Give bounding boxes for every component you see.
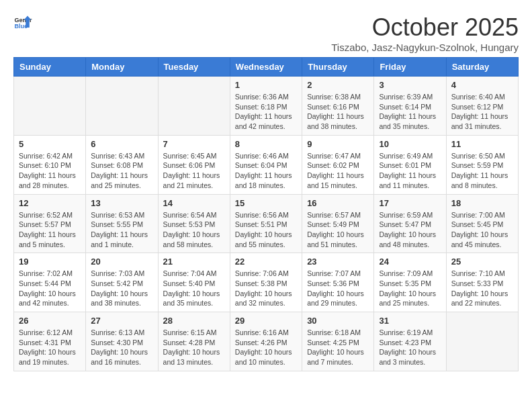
day-cell: 25Sunrise: 7:10 AM Sunset: 5:33 PM Dayli… [446,253,518,312]
day-info: Sunrise: 6:40 AM Sunset: 6:12 PM Dayligh… [451,92,513,132]
day-cell: 30Sunrise: 6:18 AM Sunset: 4:25 PM Dayli… [302,312,374,371]
calendar-table: SundayMondayTuesdayWednesdayThursdayFrid… [13,57,519,371]
day-number: 5 [19,139,81,149]
day-cell: 11Sunrise: 6:50 AM Sunset: 5:59 PM Dayli… [446,135,518,194]
day-number: 24 [379,257,441,267]
day-cell: 27Sunrise: 6:13 AM Sunset: 4:30 PM Dayli… [86,312,158,371]
day-cell: 7Sunrise: 6:45 AM Sunset: 6:06 PM Daylig… [158,135,230,194]
week-row-4: 19Sunrise: 7:02 AM Sunset: 5:44 PM Dayli… [14,253,519,312]
weekday-header-saturday: Saturday [446,58,518,77]
day-cell: 23Sunrise: 7:07 AM Sunset: 5:36 PM Dayli… [302,253,374,312]
weekday-header-sunday: Sunday [14,58,86,77]
day-cell: 2Sunrise: 6:38 AM Sunset: 6:16 PM Daylig… [302,77,374,136]
day-info: Sunrise: 7:09 AM Sunset: 5:35 PM Dayligh… [379,269,441,308]
day-number: 2 [307,80,369,90]
day-cell: 20Sunrise: 7:03 AM Sunset: 5:42 PM Dayli… [86,253,158,312]
day-cell: 13Sunrise: 6:53 AM Sunset: 5:55 PM Dayli… [86,194,158,253]
day-number: 8 [235,139,297,149]
day-info: Sunrise: 7:03 AM Sunset: 5:42 PM Dayligh… [91,269,152,308]
day-number: 12 [19,198,81,208]
weekday-header-monday: Monday [86,58,158,77]
day-info: Sunrise: 6:45 AM Sunset: 6:06 PM Dayligh… [163,151,225,191]
day-cell: 12Sunrise: 6:52 AM Sunset: 5:57 PM Dayli… [14,194,86,253]
day-info: Sunrise: 7:00 AM Sunset: 5:45 PM Dayligh… [451,210,513,250]
day-info: Sunrise: 6:43 AM Sunset: 6:08 PM Dayligh… [91,151,152,191]
day-number: 6 [91,139,152,149]
week-row-3: 12Sunrise: 6:52 AM Sunset: 5:57 PM Dayli… [14,194,519,253]
day-cell: 17Sunrise: 6:59 AM Sunset: 5:47 PM Dayli… [374,194,446,253]
day-info: Sunrise: 6:39 AM Sunset: 6:14 PM Dayligh… [379,92,441,132]
day-info: Sunrise: 6:42 AM Sunset: 6:10 PM Dayligh… [19,151,81,191]
day-number: 25 [451,257,513,267]
day-number: 7 [163,139,225,149]
day-info: Sunrise: 6:54 AM Sunset: 5:53 PM Dayligh… [163,210,225,250]
week-row-1: 1Sunrise: 6:36 AM Sunset: 6:18 PM Daylig… [14,77,519,136]
day-cell: 26Sunrise: 6:12 AM Sunset: 4:31 PM Dayli… [14,312,86,371]
day-cell: 4Sunrise: 6:40 AM Sunset: 6:12 PM Daylig… [446,77,518,136]
day-number: 26 [19,316,81,326]
day-info: Sunrise: 6:36 AM Sunset: 6:18 PM Dayligh… [235,92,297,132]
day-cell: 18Sunrise: 7:00 AM Sunset: 5:45 PM Dayli… [446,194,518,253]
day-cell: 6Sunrise: 6:43 AM Sunset: 6:08 PM Daylig… [86,135,158,194]
day-number: 18 [451,198,513,208]
day-number: 20 [91,257,152,267]
week-row-2: 5Sunrise: 6:42 AM Sunset: 6:10 PM Daylig… [14,135,519,194]
day-number: 15 [235,198,297,208]
day-info: Sunrise: 6:50 AM Sunset: 5:59 PM Dayligh… [451,151,513,191]
day-info: Sunrise: 6:38 AM Sunset: 6:16 PM Dayligh… [307,92,369,132]
day-number: 4 [451,80,513,90]
day-info: Sunrise: 6:53 AM Sunset: 5:55 PM Dayligh… [91,210,152,250]
day-cell: 14Sunrise: 6:54 AM Sunset: 5:53 PM Dayli… [158,194,230,253]
title-section: October 2025 Tiszabo, Jasz-Nagykun-Szoln… [331,13,519,53]
day-number: 14 [163,198,225,208]
day-info: Sunrise: 7:07 AM Sunset: 5:36 PM Dayligh… [307,269,369,308]
day-number: 27 [91,316,152,326]
day-info: Sunrise: 6:12 AM Sunset: 4:31 PM Dayligh… [19,328,81,367]
day-cell: 8Sunrise: 6:46 AM Sunset: 6:04 PM Daylig… [230,135,302,194]
day-number: 16 [307,198,369,208]
day-number: 11 [451,139,513,149]
day-info: Sunrise: 6:13 AM Sunset: 4:30 PM Dayligh… [91,328,152,367]
day-cell [86,77,158,136]
day-info: Sunrise: 6:47 AM Sunset: 6:02 PM Dayligh… [307,151,369,191]
day-number: 19 [19,257,81,267]
day-info: Sunrise: 6:57 AM Sunset: 5:49 PM Dayligh… [307,210,369,250]
day-info: Sunrise: 6:56 AM Sunset: 5:51 PM Dayligh… [235,210,297,250]
day-cell: 22Sunrise: 7:06 AM Sunset: 5:38 PM Dayli… [230,253,302,312]
day-number: 22 [235,257,297,267]
weekday-header-wednesday: Wednesday [230,58,302,77]
day-info: Sunrise: 6:18 AM Sunset: 4:25 PM Dayligh… [307,328,369,367]
day-number: 13 [91,198,152,208]
day-cell: 15Sunrise: 6:56 AM Sunset: 5:51 PM Dayli… [230,194,302,253]
day-cell [14,77,86,136]
day-info: Sunrise: 6:59 AM Sunset: 5:47 PM Dayligh… [379,210,441,250]
day-cell: 10Sunrise: 6:49 AM Sunset: 6:01 PM Dayli… [374,135,446,194]
day-cell [158,77,230,136]
day-cell: 1Sunrise: 6:36 AM Sunset: 6:18 PM Daylig… [230,77,302,136]
location-title: Tiszabo, Jasz-Nagykun-Szolnok, Hungary [331,42,519,53]
month-title: October 2025 [331,13,519,42]
weekday-header-tuesday: Tuesday [158,58,230,77]
svg-text:Blue: Blue [14,23,28,30]
day-info: Sunrise: 7:02 AM Sunset: 5:44 PM Dayligh… [19,269,81,308]
day-number: 3 [379,80,441,90]
day-number: 30 [307,316,369,326]
weekday-header-thursday: Thursday [302,58,374,77]
day-info: Sunrise: 7:04 AM Sunset: 5:40 PM Dayligh… [163,269,225,308]
day-number: 9 [307,139,369,149]
day-cell: 16Sunrise: 6:57 AM Sunset: 5:49 PM Dayli… [302,194,374,253]
day-info: Sunrise: 6:52 AM Sunset: 5:57 PM Dayligh… [19,210,81,250]
weekday-header-friday: Friday [374,58,446,77]
week-row-5: 26Sunrise: 6:12 AM Sunset: 4:31 PM Dayli… [14,312,519,371]
day-number: 23 [307,257,369,267]
day-cell: 9Sunrise: 6:47 AM Sunset: 6:02 PM Daylig… [302,135,374,194]
day-number: 28 [163,316,225,326]
day-info: Sunrise: 6:19 AM Sunset: 4:23 PM Dayligh… [379,328,441,367]
day-info: Sunrise: 7:10 AM Sunset: 5:33 PM Dayligh… [451,269,513,308]
day-number: 21 [163,257,225,267]
weekday-header-row: SundayMondayTuesdayWednesdayThursdayFrid… [14,58,519,77]
day-cell: 19Sunrise: 7:02 AM Sunset: 5:44 PM Dayli… [14,253,86,312]
day-cell: 21Sunrise: 7:04 AM Sunset: 5:40 PM Dayli… [158,253,230,312]
day-info: Sunrise: 6:46 AM Sunset: 6:04 PM Dayligh… [235,151,297,191]
day-info: Sunrise: 7:06 AM Sunset: 5:38 PM Dayligh… [235,269,297,308]
